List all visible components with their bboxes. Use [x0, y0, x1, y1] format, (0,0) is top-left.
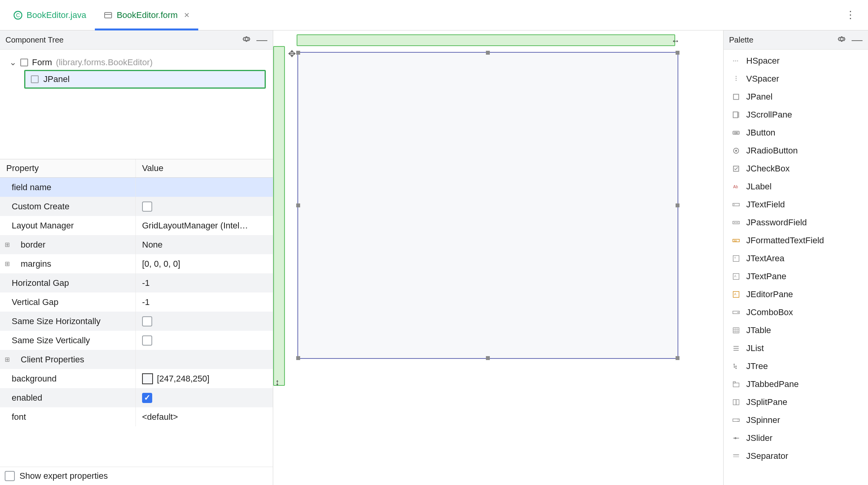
svg-rect-8 — [738, 112, 739, 118]
palette-item-jseparator[interactable]: JSeparator — [724, 447, 868, 465]
property-row[interactable]: Vertical Gap-1 — [0, 292, 273, 312]
palette-item-jtabbedpane[interactable]: JTabbedPane — [724, 375, 868, 393]
palette-item-jeditorpane[interactable]: AJEditorPane — [724, 285, 868, 303]
palette-item-hspacer[interactable]: HSpacer — [724, 52, 868, 70]
palette-item-jformattedtextfield[interactable]: AbJFormattedTextField — [724, 232, 868, 250]
property-row[interactable]: Custom Create — [0, 197, 273, 216]
palette-item-jlist[interactable]: JList — [724, 339, 868, 357]
resize-handle[interactable] — [676, 51, 679, 55]
designer-left-ruler[interactable]: ↕ — [273, 46, 285, 386]
svg-rect-2 — [105, 12, 112, 18]
palette-item-label: JPanel — [746, 92, 772, 102]
gear-icon[interactable] — [838, 35, 846, 45]
palette-item-jtextpane[interactable]: AJTextPane — [724, 267, 868, 285]
expand-icon[interactable]: ⊞ — [5, 260, 10, 267]
resize-vertical-icon[interactable]: ↕ — [275, 377, 279, 387]
property-value[interactable] — [136, 331, 273, 350]
color-swatch[interactable] — [142, 373, 153, 384]
property-row[interactable]: field name — [0, 178, 273, 197]
gear-icon[interactable] — [242, 35, 251, 45]
form-file-icon — [103, 11, 113, 20]
property-value[interactable]: <default> — [136, 407, 273, 426]
property-value[interactable] — [136, 350, 273, 369]
palette-item-jspinner[interactable]: JSpinner — [724, 411, 868, 429]
property-row[interactable]: Horizontal Gap-1 — [0, 273, 273, 292]
resize-handle[interactable] — [486, 51, 490, 55]
checkbox[interactable] — [142, 316, 152, 326]
palette-item-jsplitpane[interactable]: JSplitPane — [724, 393, 868, 411]
property-value[interactable] — [136, 178, 273, 197]
resize-handle[interactable] — [676, 203, 679, 207]
resize-handle[interactable] — [486, 356, 490, 360]
palette-item-vspacer[interactable]: VSpacer — [724, 70, 868, 88]
svg-text:Ab: Ab — [733, 185, 738, 189]
property-row[interactable]: Same Size Horizontally — [0, 312, 273, 331]
property-header-name: Property — [0, 159, 136, 177]
property-value[interactable]: None — [136, 235, 273, 254]
palette-item-jpasswordfield[interactable]: JPasswordField — [724, 214, 868, 232]
palette-item-jcombobox[interactable]: JComboBox — [724, 303, 868, 321]
svg-rect-42 — [733, 382, 736, 383]
palette-item-jtable[interactable]: JTable — [724, 321, 868, 339]
property-value[interactable]: GridLayoutManager (Intel… — [136, 216, 273, 235]
minimize-icon[interactable]: — — [852, 34, 863, 46]
resize-handle[interactable] — [296, 203, 300, 207]
palette-item-jcheckbox[interactable]: JCheckBox — [724, 160, 868, 178]
palette-item-jpanel[interactable]: JPanel — [724, 88, 868, 106]
property-row[interactable]: ⊞Client Properties — [0, 350, 273, 369]
property-row[interactable]: Layout ManagerGridLayoutManager (Intel… — [0, 216, 273, 235]
chevron-down-icon[interactable]: ⌄ — [9, 57, 16, 68]
property-name: Same Size Vertically — [0, 331, 136, 350]
minimize-icon[interactable]: — — [256, 34, 267, 46]
show-expert-checkbox[interactable] — [5, 471, 15, 481]
palette-item-jslider[interactable]: JSlider — [724, 429, 868, 447]
palette-item-jtextfield[interactable]: JTextField — [724, 196, 868, 214]
property-value[interactable]: -1 — [136, 273, 273, 292]
move-handle-icon[interactable]: ✥ — [288, 48, 296, 59]
checkbox[interactable] — [142, 393, 152, 403]
palette-item-jbutton[interactable]: OKJButton — [724, 124, 868, 142]
property-value[interactable]: [247,248,250] — [136, 369, 273, 388]
expand-icon[interactable]: ⊞ — [5, 356, 10, 363]
designer-canvas[interactable]: ↔ ↕ ✥ — [273, 30, 724, 485]
designer-top-ruler[interactable]: ↔ — [297, 34, 675, 46]
designer-jpanel[interactable] — [297, 52, 678, 359]
expand-icon[interactable]: ⊞ — [5, 241, 10, 248]
property-row[interactable]: background[247,248,250] — [0, 369, 273, 388]
property-row[interactable]: ⊞borderNone — [0, 235, 273, 254]
palette-header: Palette — — [724, 30, 868, 50]
palette-item-jlabel[interactable]: AbJLabel — [724, 178, 868, 196]
palette-item-jtextarea[interactable]: TJTextArea — [724, 250, 868, 267]
property-row[interactable]: font<default> — [0, 407, 273, 426]
tree-form-node[interactable]: ⌄ Form (library.forms.BookEditor) — [7, 55, 266, 70]
property-value[interactable]: [0, 0, 0, 0] — [136, 254, 273, 273]
close-icon[interactable]: ✕ — [184, 11, 190, 20]
checkbox[interactable] — [142, 335, 152, 346]
kebab-menu-icon[interactable]: ⋮ — [838, 9, 863, 21]
property-row[interactable]: enabled — [0, 388, 273, 407]
resize-handle[interactable] — [676, 356, 679, 360]
checkbox[interactable] — [142, 201, 152, 212]
property-value[interactable] — [136, 197, 273, 216]
svg-rect-6 — [733, 94, 738, 99]
property-value[interactable]: -1 — [136, 292, 273, 312]
tab-form-file[interactable]: BookEditor.form ✕ — [95, 0, 199, 30]
resize-handle[interactable] — [296, 51, 300, 55]
palette-item-jradiobutton[interactable]: JRadioButton — [724, 142, 868, 160]
palette-item-jscrollpane[interactable]: JScrollPane — [724, 106, 868, 124]
palette-item-label: JSpinner — [746, 415, 780, 425]
property-value[interactable] — [136, 388, 273, 407]
tab-java-file[interactable]: C BookEditor.java — [5, 0, 95, 30]
palette-item-jtree[interactable]: JTree — [724, 357, 868, 375]
property-value[interactable] — [136, 312, 273, 331]
resize-horizontal-icon[interactable]: ↔ — [671, 36, 680, 46]
resize-handle[interactable] — [296, 356, 300, 360]
property-row[interactable]: Same Size Vertically — [0, 331, 273, 350]
tree-jpanel-node[interactable]: JPanel — [24, 70, 266, 89]
jscrollpane-icon — [731, 110, 741, 119]
property-name: Layout Manager — [0, 216, 136, 235]
show-expert-row[interactable]: Show expert properties — [0, 467, 273, 485]
svg-point-18 — [734, 222, 735, 223]
palette-item-label: JButton — [746, 128, 776, 138]
property-row[interactable]: ⊞margins[0, 0, 0, 0] — [0, 254, 273, 273]
